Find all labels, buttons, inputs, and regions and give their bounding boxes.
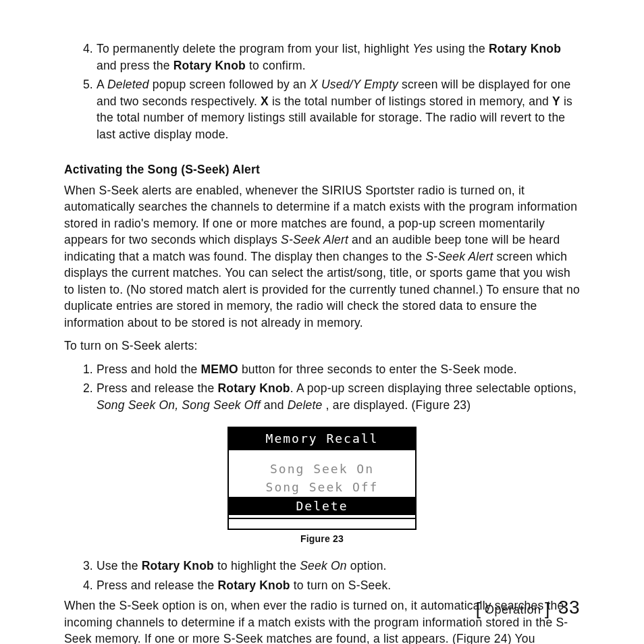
text-bold: Rotary Knob bbox=[489, 42, 561, 55]
text: Press and release the bbox=[97, 579, 218, 592]
text: Press and release the bbox=[97, 381, 218, 395]
text: option. bbox=[347, 559, 387, 572]
page-body: To permanently delete the program from y… bbox=[0, 0, 644, 644]
text-bold: Y bbox=[552, 95, 560, 108]
text-bold: Rotary Knob bbox=[218, 579, 290, 592]
ordered-list-1: To permanently delete the program from y… bbox=[64, 41, 580, 142]
lcd-body: Song Seek On Song Seek Off Delete bbox=[229, 450, 415, 518]
section-heading: Activating the Song (S-Seek) Alert bbox=[64, 161, 580, 178]
text: Press and hold the bbox=[97, 363, 201, 376]
page-number: 33 bbox=[558, 597, 580, 618]
text: button for three seconds to enter the S-… bbox=[238, 363, 517, 376]
figure-caption: Figure 23 bbox=[64, 533, 580, 546]
text: , are displayed. (Figure 23) bbox=[323, 398, 471, 412]
paragraph: To turn on S-Seek alerts: bbox=[64, 338, 580, 354]
text: to turn on S-Seek. bbox=[290, 579, 392, 592]
text-italic: S-Seek Alert bbox=[426, 250, 493, 263]
text-bold: Rotary Knob bbox=[218, 381, 290, 395]
lcd-title: Memory Recall bbox=[229, 428, 415, 450]
text: and press the bbox=[97, 59, 173, 72]
text: and bbox=[261, 398, 288, 412]
ordered-list-2: Press and hold the MEMO button for three… bbox=[64, 361, 580, 414]
list-item: A Deleted popup screen followed by an X … bbox=[97, 76, 580, 142]
text: . A pop-up screen displaying three selec… bbox=[290, 381, 576, 395]
lcd-option-selected: Delete bbox=[229, 497, 415, 515]
list-item: Press and release the Rotary Knob to tur… bbox=[97, 577, 580, 594]
text-italic: Yes bbox=[412, 42, 433, 55]
text-bold: X bbox=[261, 95, 269, 108]
text: to highlight the bbox=[214, 559, 300, 572]
text: Use the bbox=[97, 559, 142, 572]
lcd-screen: Memory Recall Song Seek On Song Seek Off… bbox=[227, 427, 417, 530]
page-footer: [ Operation ]33 bbox=[476, 594, 580, 621]
lcd-figure: Memory Recall Song Seek On Song Seek Off… bbox=[227, 427, 417, 530]
text-bold: Rotary Knob bbox=[142, 559, 214, 572]
text: to confirm. bbox=[246, 59, 306, 72]
list-item: Press and hold the MEMO button for three… bbox=[97, 361, 580, 378]
lcd-option: Song Seek On bbox=[233, 460, 411, 478]
text-italic: Song Seek On, Song Seek Off bbox=[97, 398, 261, 412]
text: A bbox=[97, 78, 107, 91]
lcd-option: Song Seek Off bbox=[233, 478, 411, 496]
bracket-left: [ bbox=[476, 599, 481, 619]
text: popup screen followed by an bbox=[149, 78, 310, 91]
text-italic: Deleted bbox=[107, 78, 149, 91]
ordered-list-3: Use the Rotary Knob to highlight the See… bbox=[64, 558, 580, 593]
list-item: Press and release the Rotary Knob. A pop… bbox=[97, 380, 580, 413]
text-bold: MEMO bbox=[201, 363, 238, 376]
list-item: To permanently delete the program from y… bbox=[97, 41, 580, 74]
text-bold: Rotary Knob bbox=[173, 59, 246, 72]
text-italic: Seek On bbox=[300, 559, 347, 572]
text: To permanently delete the program from y… bbox=[97, 42, 412, 55]
footer-section: Operation bbox=[481, 603, 545, 616]
paragraph: When S-Seek alerts are enabled, whenever… bbox=[64, 182, 580, 331]
list-item: Use the Rotary Knob to highlight the See… bbox=[97, 558, 580, 574]
text-italic: X Used/Y Empty bbox=[310, 78, 398, 91]
text: is the total number of listings stored i… bbox=[269, 95, 552, 108]
lcd-footer bbox=[229, 518, 415, 529]
text: using the bbox=[433, 42, 489, 55]
text-italic: Delete bbox=[288, 398, 323, 412]
text-italic: S-Seek Alert bbox=[281, 233, 348, 246]
bracket-right: ] bbox=[545, 599, 550, 619]
